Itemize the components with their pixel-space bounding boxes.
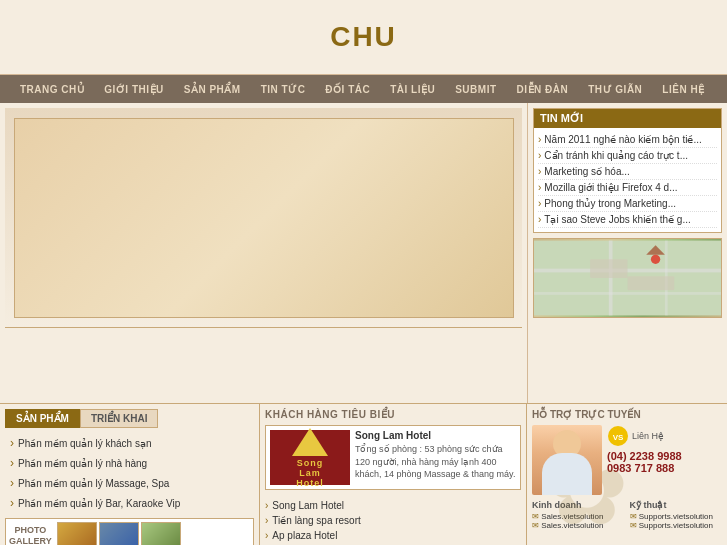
- kinh-doanh-email-2[interactable]: Sales.vietsolution: [532, 521, 625, 530]
- tin-moi-list: Năm 2011 nghề nào kiếm bộn tiề... Cẩn tr…: [534, 128, 721, 232]
- nav-trang-chu[interactable]: TRANG CHỦ: [10, 84, 94, 95]
- phone-2: 0983 717 888: [607, 462, 722, 474]
- menu-item-massage[interactable]: Phần mềm quản lý Massage, Spa: [5, 473, 254, 493]
- svg-point-6: [651, 255, 660, 264]
- news-item-4[interactable]: Mozilla giới thiệu Firefox 4 d...: [538, 180, 717, 196]
- support-content: VS Liên Hệ (04) 2238 9988 0983 717 888: [532, 425, 722, 495]
- hotel-name: Song Lam Hotel: [355, 430, 516, 441]
- hotel-card: SongLamHotel Song Lam Hotel Tổng số phòn…: [265, 425, 521, 490]
- nav-thu-gian[interactable]: THƯ GIÃN: [578, 84, 652, 95]
- photo-gallery: PHOTO GALLERY: [5, 518, 254, 545]
- svg-text:VS: VS: [613, 433, 624, 442]
- tin-moi-header: TIN MỚI: [534, 109, 721, 128]
- kinh-doanh-email-1[interactable]: Sales.vietsolution: [532, 512, 625, 521]
- photo-thumb-2[interactable]: [99, 522, 139, 545]
- hotel-logo: SongLamHotel: [270, 430, 350, 485]
- tab-trien-khai[interactable]: TRIỂN KHAI: [80, 409, 159, 428]
- main-nav: TRANG CHỦ GIỚI THIỆU SẢN PHẨM TIN TỨC ĐỐ…: [0, 75, 727, 103]
- bottom-row: SẢN PHẨM TRIỂN KHAI Phần mềm quản lý khá…: [0, 403, 727, 545]
- kinh-doanh-team: Kinh doanh Sales.vietsolution Sales.viet…: [532, 500, 625, 530]
- photo-thumb-3[interactable]: [141, 522, 181, 545]
- news-item-6[interactable]: Tại sao Steve Jobs khiến thế g...: [538, 212, 717, 228]
- middle-panel: KHÁCH HÀNG TIÊU BIỂU SongLamHotel Song L…: [260, 404, 527, 545]
- map-box: [533, 238, 722, 318]
- support-person-image: [532, 425, 602, 495]
- main-area: TIN MỚI Năm 2011 nghề nào kiếm bộn tiề..…: [0, 103, 727, 403]
- menu-item-bar[interactable]: Phần mềm quản lý Bar, Karaoke Vip: [5, 493, 254, 513]
- photo-thumb-1[interactable]: [57, 522, 97, 545]
- nav-dien-dan[interactable]: DIỄN ĐÀN: [507, 84, 579, 95]
- news-item-2[interactable]: Cẩn tránh khi quảng cáo trực t...: [538, 148, 717, 164]
- header: CHU: [0, 0, 727, 75]
- tin-moi-box: TIN MỚI Năm 2011 nghề nào kiếm bộn tiề..…: [533, 108, 722, 233]
- banner-image: [14, 118, 514, 318]
- ky-thuat-email-2[interactable]: Supports.vietsolution: [630, 521, 723, 530]
- hotel-link-1[interactable]: Song Lam Hotel: [265, 498, 521, 513]
- kinh-doanh-title: Kinh doanh: [532, 500, 625, 510]
- right-sidebar: TIN MỚI Năm 2011 nghề nào kiếm bộn tiề..…: [527, 103, 727, 403]
- left-panel: SẢN PHẨM TRIỂN KHAI Phần mềm quản lý khá…: [0, 404, 260, 545]
- tabs: SẢN PHẨM TRIỂN KHAI: [5, 409, 254, 428]
- hotel-info: Song Lam Hotel Tổng số phòng : 53 phòng …: [355, 430, 516, 485]
- hotel-logo-triangle: [292, 428, 328, 456]
- ky-thuat-email-1[interactable]: Supports.vietsolution: [630, 512, 723, 521]
- menu-item-khach-san[interactable]: Phần mềm quản lý khách sạn: [5, 433, 254, 453]
- tab-san-pham[interactable]: SẢN PHẨM: [5, 409, 80, 428]
- nav-lien-he[interactable]: LIÊN HỆ: [652, 84, 714, 95]
- nav-tai-lieu[interactable]: TÀI LIỆU: [380, 84, 445, 95]
- nav-submit[interactable]: SUBMIT: [445, 84, 506, 95]
- hotel-link-3[interactable]: Ap plaza Hotel: [265, 528, 521, 543]
- nav-tin-tuc[interactable]: TIN TỨC: [251, 84, 316, 95]
- svg-rect-7: [590, 259, 627, 278]
- khach-hang-header: KHÁCH HÀNG TIÊU BIỂU: [265, 409, 521, 420]
- svg-rect-8: [628, 276, 675, 290]
- hotel-link-2[interactable]: Tiền làng spa resort: [265, 513, 521, 528]
- ky-thuat-team: Kỹ thuật Supports.vietsolution Supports.…: [630, 500, 723, 530]
- ky-thuat-title: Kỹ thuật: [630, 500, 723, 510]
- nav-doi-tac[interactable]: ĐỐI TÁC: [315, 84, 380, 95]
- svg-rect-4: [534, 292, 721, 295]
- phone-1: (04) 2238 9988: [607, 450, 722, 462]
- support-contact: VS Liên Hệ (04) 2238 9988 0983 717 888: [607, 425, 722, 474]
- nav-san-pham[interactable]: SẢN PHẨM: [174, 84, 251, 95]
- vietsolution-logo-icon: VS: [607, 425, 629, 447]
- news-item-1[interactable]: Năm 2011 nghề nào kiếm bộn tiề...: [538, 132, 717, 148]
- support-panel: HỖ TRỢ TRỰC TUYẾN VS Liên Hệ: [527, 404, 727, 545]
- lien-he-label: Liên Hệ: [632, 431, 664, 441]
- map-image: [534, 238, 721, 318]
- banner-area: [5, 108, 522, 328]
- support-header: HỖ TRỢ TRỰC TUYẾN: [532, 409, 722, 420]
- support-teams: Kinh doanh Sales.vietsolution Sales.viet…: [532, 500, 722, 530]
- logo: CHU: [330, 21, 397, 53]
- bottom-section: ✿ SẢN PHẨM TRIỂN KHAI Phần mềm quản lý k…: [0, 403, 727, 545]
- news-item-5[interactable]: Phong thủy trong Marketing...: [538, 196, 717, 212]
- person-body: [542, 453, 592, 495]
- content-area: [0, 103, 527, 403]
- nav-gioi-thieu[interactable]: GIỚI THIỆU: [94, 84, 173, 95]
- hotel-desc: Tổng số phòng : 53 phòng sức chứa 120 ng…: [355, 443, 516, 481]
- hotel-logo-name: SongLamHotel: [296, 458, 324, 488]
- photo-gallery-label: PHOTO GALLERY: [9, 525, 52, 545]
- menu-item-nha-hang[interactable]: Phần mềm quản lý nhà hàng: [5, 453, 254, 473]
- photo-thumbs: [57, 522, 181, 545]
- news-item-3[interactable]: Marketing số hóa...: [538, 164, 717, 180]
